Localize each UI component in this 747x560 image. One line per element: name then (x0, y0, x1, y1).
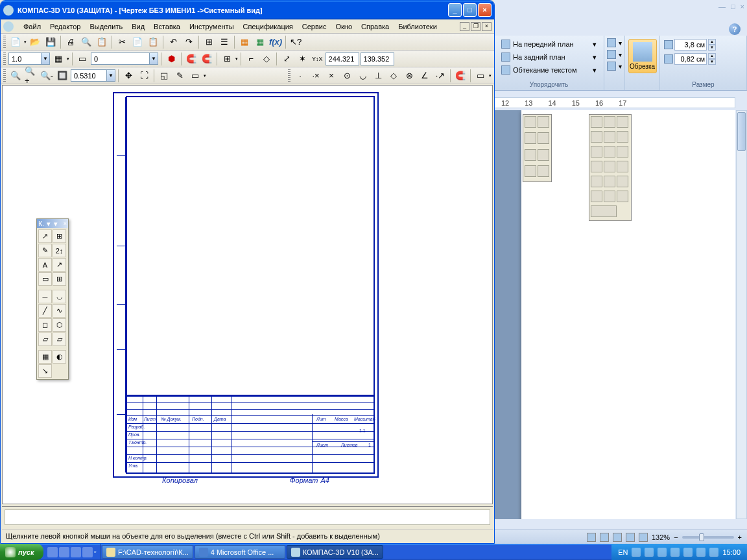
task-word[interactable]: 4 Microsoft Office ... (195, 545, 285, 559)
fx-button[interactable]: f(x) (268, 35, 283, 49)
rotate-button[interactable]: ▾ (606, 60, 623, 72)
view-draft-icon[interactable] (639, 533, 648, 542)
panel-pin-icon[interactable]: ▾ (54, 220, 58, 228)
embed-btn[interactable] (617, 146, 628, 158)
param-btn[interactable]: ↘ (38, 364, 52, 378)
edit-btn[interactable]: ▭ (38, 272, 52, 286)
width-up[interactable]: ▲ (708, 53, 716, 59)
ql-app-icon[interactable] (71, 547, 81, 557)
embed-btn[interactable] (617, 191, 628, 202)
view-web-icon[interactable] (613, 533, 622, 542)
word-close[interactable]: × (741, 3, 744, 10)
tray-icon[interactable] (658, 548, 667, 557)
zoom-handle[interactable] (699, 533, 704, 541)
mdi-minimize[interactable]: _ (460, 22, 469, 31)
height-up[interactable]: ▲ (708, 39, 716, 45)
tray-icon[interactable] (632, 548, 641, 557)
word-restore[interactable]: □ (731, 3, 735, 10)
snap-cfg-button[interactable]: ▭ (473, 69, 488, 83)
titlebar[interactable]: КОМПАС-3D V10 (ЗАЩИТА) - [Чертеж БЕЗ ИМЕ… (1, 1, 494, 19)
view-read-icon[interactable] (600, 533, 609, 542)
embed-btn[interactable] (525, 116, 536, 128)
menu-select[interactable]: Выделить (85, 21, 127, 32)
close-button[interactable]: × (478, 3, 492, 17)
rect-btn[interactable]: ◻ (38, 318, 52, 332)
embed-btn[interactable] (538, 165, 549, 177)
align-button[interactable]: ▾ (606, 37, 623, 49)
panel-title[interactable]: К. ▾ ▾ × (37, 219, 68, 228)
menu-libs[interactable]: Библиотеки (394, 21, 442, 32)
canvas[interactable]: К. ▾ ▾ × ↗⊞ ✎2↕ A↗ ▭⊞ ─◡ ╱∿ ◻⬡ ▱▱ ▦◐ ↘ (2, 85, 493, 504)
zoom-slider[interactable] (682, 536, 734, 539)
view-btn[interactable]: ◱ (157, 69, 171, 83)
pan-button[interactable]: ✥ (121, 69, 136, 83)
doc-button[interactable]: 📋 (95, 35, 109, 49)
layer-btn[interactable]: ▦ (51, 52, 65, 66)
embed-btn[interactable] (591, 146, 602, 158)
embed-btn[interactable] (604, 176, 615, 187)
menu-spec[interactable]: Спецификация (239, 21, 298, 32)
scroll-thumb[interactable] (737, 112, 746, 151)
embed-btn[interactable] (591, 131, 602, 143)
dim-btn[interactable]: ✎ (38, 244, 52, 257)
snap-near-button[interactable]: ◇ (386, 69, 401, 83)
coord-y-input[interactable] (361, 52, 394, 65)
word-ruler[interactable]: 121314151617 (494, 97, 735, 108)
snap-ang-button[interactable]: ∠ (418, 69, 432, 83)
copy-button[interactable]: 📄 (130, 35, 145, 49)
help-button[interactable]: ↖? (289, 35, 303, 49)
tray-icon[interactable] (683, 548, 693, 557)
ql-desktop-icon[interactable] (47, 547, 58, 557)
props-button[interactable]: ⊞ (202, 35, 216, 49)
redo-button[interactable]: ↷ (182, 35, 196, 49)
menu-insert[interactable]: Вставка (149, 21, 185, 32)
snap2-button[interactable]: 🧲 (200, 52, 214, 66)
embed-btn[interactable] (591, 176, 602, 187)
height-input[interactable] (674, 39, 707, 51)
zoom-in-button[interactable]: 🔍+ (24, 69, 38, 83)
cut-button[interactable]: ✂ (115, 35, 129, 49)
compact-panel[interactable]: К. ▾ ▾ × ↗⊞ ✎2↕ A↗ ▭⊞ ─◡ ╱∿ ◻⬡ ▱▱ ▦◐ ↘ (36, 218, 69, 380)
property-bar-inner[interactable] (5, 509, 490, 525)
txt-btn[interactable]: A (38, 258, 52, 272)
embed-btn[interactable] (604, 131, 615, 143)
scale-combo[interactable]: ▼ (8, 52, 50, 65)
layer-input[interactable] (91, 52, 149, 65)
lang-indicator[interactable]: EN (618, 548, 628, 556)
poly-btn[interactable]: ⬡ (53, 318, 66, 332)
meas2-btn[interactable]: ◐ (53, 350, 66, 364)
maximize-button[interactable]: □ (463, 3, 477, 17)
word-scrollbar[interactable] (736, 110, 747, 519)
embed-btn[interactable] (604, 161, 615, 172)
line-btn[interactable]: ─ (38, 290, 52, 303)
preview-button[interactable]: 🔍 (79, 35, 93, 49)
print-button[interactable]: 🖨 (64, 35, 78, 49)
meas-btn[interactable]: ▦ (38, 350, 52, 364)
arc-btn[interactable]: ◡ (53, 290, 66, 303)
zoom-fit-button[interactable]: 🔍 (8, 69, 23, 83)
clock[interactable]: 15:00 (722, 548, 741, 556)
zero-button[interactable]: ✶ (295, 52, 309, 66)
snap-grid-button[interactable]: ⊗ (402, 69, 416, 83)
embed-btn[interactable] (525, 132, 536, 144)
zoom-input[interactable] (71, 69, 106, 82)
geom-btn[interactable]: ↗ (38, 229, 52, 243)
task-explorer[interactable]: F:\CAD-технології\К... (102, 545, 193, 559)
snap-tan-button[interactable]: ◡ (355, 69, 370, 83)
height-down[interactable]: ▼ (708, 45, 716, 51)
embed-btn[interactable] (538, 149, 549, 161)
menu-tools[interactable]: Инструменты (185, 21, 239, 32)
state-btn[interactable]: ▭ (75, 52, 89, 66)
menu-help[interactable]: Справка (357, 21, 394, 32)
embed-btn[interactable] (538, 132, 549, 144)
snap-button[interactable]: 🧲 (184, 52, 198, 66)
embed-btn[interactable] (591, 116, 602, 128)
word-paper[interactable] (521, 110, 735, 519)
zoom-all-button[interactable]: ⛶ (137, 69, 151, 83)
view-outline-icon[interactable] (626, 533, 635, 542)
embed-btn[interactable] (604, 146, 615, 158)
embed-btn[interactable] (525, 149, 536, 161)
snap-cen-button[interactable]: ⊙ (340, 69, 354, 83)
tray-icon[interactable] (670, 548, 680, 557)
menu-window[interactable]: Окно (331, 21, 357, 32)
